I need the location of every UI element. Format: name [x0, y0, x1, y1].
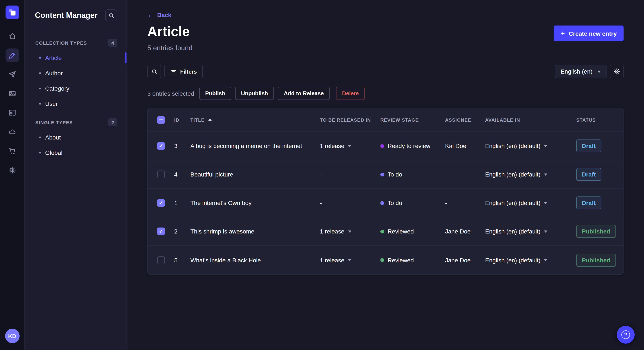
- search-button[interactable]: [147, 65, 161, 78]
- unpublish-button[interactable]: Unpublish: [235, 87, 274, 100]
- sidebar-item-label: Article: [45, 54, 62, 61]
- row-title: A bug is becoming a meme on the internet: [190, 143, 320, 149]
- row-title: What's inside a Black Hole: [190, 257, 320, 263]
- sidebar-item-label: Author: [45, 70, 63, 77]
- sidebar-item-category[interactable]: Category: [25, 81, 126, 96]
- locale-chevron-icon[interactable]: [544, 145, 547, 147]
- release-chevron-icon[interactable]: [348, 259, 351, 261]
- single-types-list: About Global: [25, 130, 126, 160]
- entries-table: ID TITLE TO BE RELEASED IN REVIEW STAGE …: [147, 108, 624, 275]
- table-row[interactable]: ✓ 1 The internet's Own boy - To do - Eng…: [148, 189, 623, 217]
- strapi-logo-icon: [8, 8, 17, 17]
- filters-button[interactable]: Filters: [164, 65, 203, 78]
- review-stage-dot: [380, 173, 384, 176]
- table-row[interactable]: ✓ 3 A bug is becoming a meme on the inte…: [148, 132, 623, 160]
- status-badge: Draft: [576, 140, 601, 152]
- toolbar-left: Filters: [147, 65, 203, 78]
- locale-cell: English (en) (default): [485, 143, 576, 149]
- column-header-status: STATUS: [576, 117, 623, 122]
- sidebar-item-author[interactable]: Author: [25, 65, 126, 81]
- collection-types-header[interactable]: COLLECTION TYPES 4: [25, 35, 126, 50]
- view-settings-button[interactable]: [610, 65, 624, 78]
- stage-cell: To do: [380, 199, 445, 206]
- settings-nav-button[interactable]: [5, 163, 19, 177]
- select-all-checkbox[interactable]: [157, 116, 165, 124]
- status-badge: Draft: [576, 168, 601, 181]
- row-assignee: -: [445, 171, 485, 178]
- locale-select[interactable]: English (en): [555, 65, 606, 78]
- locale-chevron-icon[interactable]: [544, 259, 547, 261]
- releases-nav-button[interactable]: [5, 68, 19, 81]
- help-button[interactable]: ?: [617, 326, 635, 344]
- row-release: -: [320, 199, 322, 206]
- publish-button[interactable]: Publish: [199, 87, 231, 100]
- row-stage: Reviewed: [388, 257, 414, 263]
- row-title: This shrimp is awesome: [190, 228, 320, 235]
- user-avatar[interactable]: KD: [5, 329, 20, 343]
- row-stage: Reviewed: [388, 228, 414, 235]
- create-new-entry-button[interactable]: + Create new entry: [554, 25, 624, 41]
- search-icon: [151, 68, 158, 75]
- home-nav-button[interactable]: [5, 29, 19, 43]
- bullet-icon: [39, 137, 41, 138]
- marketplace-nav-button[interactable]: [5, 144, 19, 158]
- stage-cell: To do: [380, 171, 445, 178]
- single-types-header[interactable]: SINGLE TYPES 2: [25, 115, 126, 130]
- review-stage-dot: [380, 229, 384, 233]
- cloud-icon: [8, 128, 16, 136]
- column-header-title[interactable]: TITLE: [190, 117, 320, 122]
- row-locale: English (en) (default): [485, 199, 540, 206]
- table-row[interactable]: ✓ 2 This shrimp is awesome 1 release Rev…: [148, 217, 623, 246]
- bullet-icon: [39, 103, 41, 105]
- column-header-id[interactable]: ID: [174, 117, 190, 122]
- sidebar-search-button[interactable]: [105, 9, 117, 21]
- delete-button[interactable]: Delete: [336, 87, 364, 100]
- row-checkbox[interactable]: ✓: [157, 142, 165, 150]
- sidebar-item-about[interactable]: About: [25, 130, 126, 145]
- row-id: 2: [174, 228, 190, 235]
- media-library-nav-button[interactable]: [5, 87, 19, 100]
- strapi-logo[interactable]: [5, 5, 19, 19]
- sidebar-item-label: Category: [45, 85, 70, 92]
- section-count-badge: 2: [108, 118, 117, 126]
- locale-chevron-icon[interactable]: [544, 230, 547, 232]
- table-row[interactable]: ✓ 4 Beautiful picture - To do - English …: [148, 160, 623, 189]
- divider: [35, 30, 45, 30]
- column-header-assignee: ASSIGNEE: [445, 117, 485, 122]
- row-locale: English (en) (default): [485, 228, 540, 235]
- locale-chevron-icon[interactable]: [544, 202, 547, 204]
- row-release: 1 release: [320, 143, 344, 149]
- row-assignee: Jane Doe: [445, 257, 485, 263]
- release-cell: -: [320, 199, 380, 206]
- content-type-builder-nav-button[interactable]: [5, 106, 19, 120]
- locale-chevron-icon[interactable]: [544, 173, 547, 175]
- row-checkbox[interactable]: ✓: [157, 227, 165, 235]
- add-to-release-button[interactable]: Add to Release: [278, 87, 330, 100]
- table-row[interactable]: ✓ 5 What's inside a Black Hole 1 release…: [148, 246, 623, 274]
- sidebar-item-user[interactable]: User: [25, 96, 126, 111]
- cloud-nav-button[interactable]: [5, 125, 19, 139]
- filter-icon: [170, 68, 177, 75]
- locale-cell: English (en) (default): [485, 228, 576, 235]
- toolbar-right: English (en): [555, 65, 624, 78]
- row-checkbox[interactable]: ✓: [157, 256, 165, 264]
- sidebar-item-article[interactable]: Article: [25, 50, 126, 65]
- row-checkbox[interactable]: ✓: [157, 171, 165, 178]
- sidebar-item-global[interactable]: Global: [25, 145, 126, 160]
- create-new-entry-label: Create new entry: [568, 30, 617, 37]
- release-chevron-icon[interactable]: [348, 230, 351, 232]
- release-chevron-icon[interactable]: [348, 145, 351, 147]
- paper-plane-icon: [8, 71, 16, 78]
- status-badge: Published: [576, 254, 616, 266]
- content-type-builder-icon: [8, 109, 16, 117]
- content-manager-sidebar: Content Manager COLLECTION TYPES 4 Artic…: [25, 0, 127, 350]
- sidebar-item-label: About: [45, 134, 61, 141]
- row-id: 4: [174, 171, 190, 178]
- checkbox-cell: ✓: [148, 256, 174, 264]
- row-stage: To do: [388, 171, 402, 178]
- collection-types-section: COLLECTION TYPES 4 Article Author Catego…: [25, 35, 126, 111]
- back-link[interactable]: ← Back: [147, 11, 172, 18]
- stage-cell: Reviewed: [380, 228, 445, 235]
- row-checkbox[interactable]: ✓: [157, 199, 165, 207]
- content-manager-nav-button[interactable]: [5, 48, 19, 62]
